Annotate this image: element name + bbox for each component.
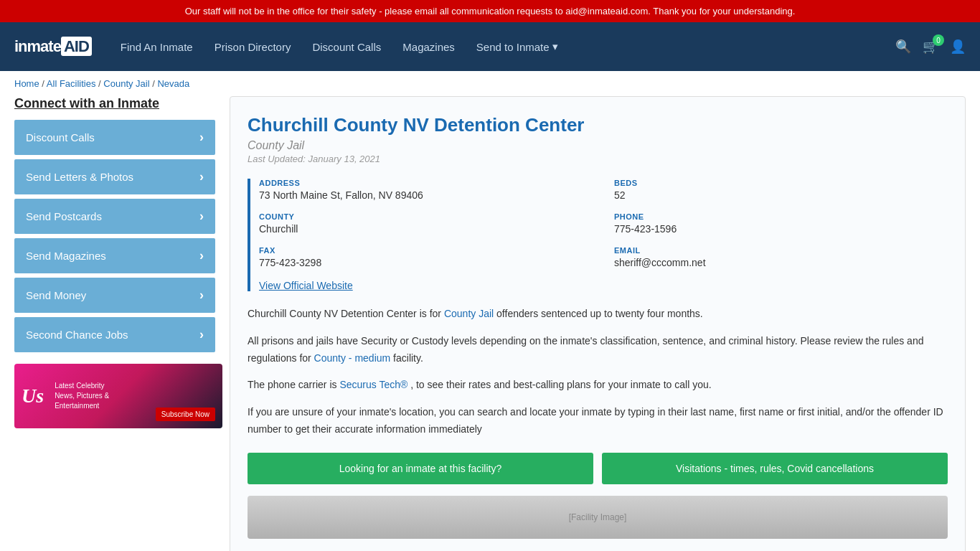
county-jail-link[interactable]: County Jail — [444, 308, 494, 319]
breadcrumb-home[interactable]: Home — [14, 78, 39, 89]
breadcrumb-all-facilities[interactable]: All Facilities — [47, 78, 96, 89]
address-value: 73 North Maine St, Fallon, NV 89406 — [259, 189, 593, 201]
chevron-right-icon: › — [199, 130, 204, 145]
facility-type: County Jail — [248, 139, 948, 152]
breadcrumb-county-jail[interactable]: County Jail — [103, 78, 149, 89]
phone-value: 775-423-1596 — [614, 223, 948, 235]
sidebar-btn-send-magazines[interactable]: Send Magazines › — [14, 238, 215, 273]
email-block: EMAIL sheriff@cccomm.net — [614, 246, 948, 268]
chevron-right-icon: › — [199, 248, 204, 263]
chevron-down-icon: ▾ — [552, 40, 558, 53]
county-block: COUNTY Churchill — [259, 212, 593, 235]
sidebar-btn-send-money[interactable]: Send Money › — [14, 278, 215, 313]
phone-block: PHONE 775-423-1596 — [614, 212, 948, 235]
logo-text: inmateAID — [14, 37, 92, 56]
description-para-3: The phone carrier is Securus Tech® , to … — [248, 377, 948, 394]
nav-prison-directory[interactable]: Prison Directory — [215, 41, 291, 53]
bottom-buttons: Looking for an inmate at this facility? … — [248, 453, 948, 484]
chevron-right-icon: › — [199, 288, 204, 303]
search-icon[interactable]: 🔍 — [895, 39, 911, 55]
facility-info-grid: ADDRESS 73 North Maine St, Fallon, NV 89… — [259, 179, 948, 268]
ad-logo: Us — [14, 377, 51, 415]
ad-tagline: Latest Celebrity News, Pictures & Entert… — [51, 377, 113, 415]
nav-magazines[interactable]: Magazines — [402, 41, 455, 53]
sidebar-btn-discount-calls[interactable]: Discount Calls › — [14, 120, 215, 155]
nav-icons: 🔍 🛒 0 👤 — [895, 39, 966, 55]
county-medium-link[interactable]: County - medium — [314, 352, 391, 364]
description-para-2: All prisons and jails have Security or C… — [248, 333, 948, 367]
facility-image-placeholder: [Facility Image] — [248, 496, 948, 539]
facility-title: Churchill County NV Detention Center — [248, 114, 948, 136]
securus-link[interactable]: Securus Tech® — [339, 379, 407, 390]
main-layout: Connect with an Inmate Discount Calls › … — [0, 96, 980, 551]
view-official-website-link[interactable]: View Official Website — [259, 280, 353, 291]
chevron-right-icon: › — [199, 169, 204, 184]
description-para-4: If you are unsure of your inmate's locat… — [248, 404, 948, 438]
address-block: ADDRESS 73 North Maine St, Fallon, NV 89… — [259, 179, 593, 201]
fax-value: 775-423-3298 — [259, 257, 593, 268]
sidebar-title: Connect with an Inmate — [14, 96, 215, 111]
announcement-bar: Our staff will not be in the office for … — [0, 0, 980, 22]
nav-discount-calls[interactable]: Discount Calls — [312, 41, 381, 53]
description-para-1: Churchill County NV Detention Center is … — [248, 306, 948, 323]
facility-info-block: ADDRESS 73 North Maine St, Fallon, NV 89… — [248, 179, 948, 291]
user-icon[interactable]: 👤 — [950, 39, 966, 55]
facility-last-updated: Last Updated: January 13, 2021 — [248, 154, 948, 164]
main-nav: Find An Inmate Prison Directory Discount… — [121, 40, 895, 53]
breadcrumb: Home / All Facilities / County Jail / Ne… — [0, 71, 980, 96]
header: inmateAID Find An Inmate Prison Director… — [0, 22, 980, 71]
email-value: sheriff@cccomm.net — [614, 257, 948, 268]
sidebar-btn-send-postcards[interactable]: Send Postcards › — [14, 199, 215, 234]
chevron-right-icon: › — [199, 209, 204, 224]
cart-badge-count: 0 — [933, 34, 944, 46]
fax-block: FAX 775-423-3298 — [259, 246, 593, 268]
cart-icon[interactable]: 🛒 0 — [923, 39, 938, 55]
sidebar-btn-second-chance[interactable]: Second Chance Jobs › — [14, 317, 215, 352]
sidebar-ad: Us Latest Celebrity News, Pictures & Ent… — [14, 364, 222, 428]
breadcrumb-state[interactable]: Nevada — [157, 78, 189, 89]
sidebar-btn-send-letters[interactable]: Send Letters & Photos › — [14, 159, 215, 194]
beds-block: BEDS 52 — [614, 179, 948, 201]
beds-value: 52 — [614, 189, 948, 201]
chevron-right-icon: › — [199, 327, 204, 342]
visitations-button[interactable]: Visitations - times, rules, Covid cancel… — [602, 453, 948, 484]
facility-content: Churchill County NV Detention Center Cou… — [230, 96, 966, 551]
facility-description: Churchill County NV Detention Center is … — [248, 306, 948, 438]
looking-for-inmate-button[interactable]: Looking for an inmate at this facility? — [248, 453, 593, 484]
county-value: Churchill — [259, 223, 593, 235]
ad-subscribe-button[interactable]: Subscribe Now — [156, 408, 215, 421]
nav-send-to-inmate[interactable]: Send to Inmate ▾ — [476, 40, 558, 53]
sidebar: Connect with an Inmate Discount Calls › … — [14, 96, 230, 551]
logo[interactable]: inmateAID — [14, 37, 92, 56]
nav-find-inmate[interactable]: Find An Inmate — [121, 41, 193, 53]
